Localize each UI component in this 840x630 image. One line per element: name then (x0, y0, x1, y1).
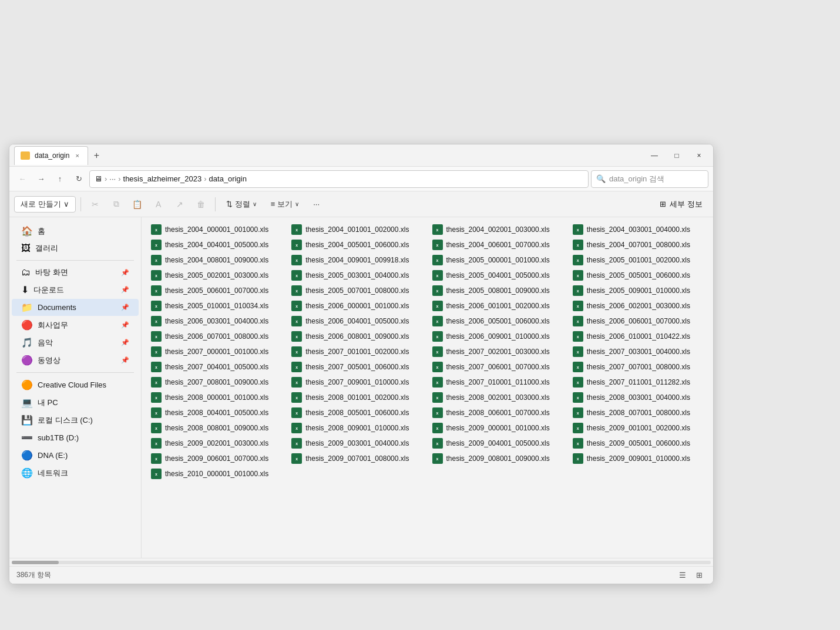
maximize-button[interactable]: □ (667, 149, 686, 163)
refresh-button[interactable]: ↻ (70, 171, 87, 187)
active-tab[interactable]: data_origin × (14, 146, 88, 165)
file-item[interactable]: xthesis_2006_004001_005000.xls (287, 314, 427, 329)
file-item[interactable]: xthesis_2008_008001_009000.xls (146, 420, 287, 436)
file-item[interactable]: xthesis_2007_003001_004000.xls (568, 344, 708, 359)
delete-button[interactable]: 🗑 (191, 195, 210, 214)
detail-button[interactable]: ⊞ 세부 정보 (654, 197, 708, 212)
file-item[interactable]: xthesis_2010_000001_001000.xls (146, 466, 287, 481)
sidebar-item-mypc[interactable]: 💻내 PC (12, 394, 139, 411)
file-item[interactable]: xthesis_2005_001001_002000.xls (568, 252, 708, 268)
file-item[interactable]: xthesis_2004_007001_008000.xls (568, 237, 708, 252)
file-item[interactable]: xthesis_2006_000001_001000.xls (287, 298, 427, 314)
scroll-thumb[interactable] (12, 561, 59, 564)
file-item[interactable]: xthesis_2006_008001_009000.xls (287, 329, 427, 344)
forward-button[interactable]: → (33, 171, 49, 187)
file-item[interactable]: xthesis_2008_001001_002000.xls (287, 390, 427, 405)
sidebar-item-documents[interactable]: 📁Documents📌 (12, 299, 139, 316)
file-item[interactable]: xthesis_2006_003001_004000.xls (146, 314, 287, 329)
file-item[interactable]: xthesis_2008_005001_006000.xls (287, 405, 427, 420)
file-item[interactable]: xthesis_2007_011001_011282.xls (568, 375, 708, 390)
sidebar-item-home[interactable]: 🏠홈 (12, 223, 139, 240)
file-item[interactable]: xthesis_2009_005001_006000.xls (568, 436, 708, 451)
file-item[interactable]: xthesis_2005_005001_006000.xls (568, 268, 708, 283)
file-item[interactable]: xthesis_2006_005001_006000.xls (428, 314, 568, 329)
file-item[interactable]: xthesis_2005_010001_010034.xls (146, 298, 287, 314)
sidebar-item-dna[interactable]: 🔵DNA (E:) (12, 447, 139, 464)
file-item[interactable]: xthesis_2005_003001_004000.xls (287, 268, 427, 283)
file-item[interactable]: xthesis_2004_001001_002000.xls (287, 222, 427, 237)
file-item[interactable]: xthesis_2007_004001_005000.xls (146, 359, 287, 375)
file-item[interactable]: xthesis_2005_000001_001000.xls (428, 252, 568, 268)
file-item[interactable]: xthesis_2008_006001_007000.xls (428, 405, 568, 420)
file-item[interactable]: xthesis_2005_002001_003000.xls (146, 268, 287, 283)
file-item[interactable]: xthesis_2004_009001_009918.xls (287, 252, 427, 268)
paste-button[interactable]: 📋 (128, 195, 147, 214)
file-item[interactable]: xthesis_2007_005001_006000.xls (287, 359, 427, 375)
more-button[interactable]: ··· (109, 174, 116, 183)
sidebar-item-localc[interactable]: 💾로컬 디스크 (C:) (12, 412, 139, 429)
sidebar-item-downloads[interactable]: ⬇다운로드📌 (12, 281, 139, 298)
search-box[interactable]: 🔍 data_origin 검색 (591, 170, 708, 188)
file-item[interactable]: xthesis_2009_004001_005000.xls (428, 436, 568, 451)
file-item[interactable]: xthesis_2005_006001_007000.xls (146, 283, 287, 298)
breadcrumb-path1[interactable]: thesis_alzheimer_2023 (123, 174, 202, 183)
share-button[interactable]: ↗ (170, 195, 189, 214)
file-item[interactable]: xthesis_2004_005001_006000.xls (287, 237, 427, 252)
file-item[interactable]: xthesis_2008_000001_001000.xls (146, 390, 287, 405)
file-item[interactable]: xthesis_2004_008001_009000.xls (146, 252, 287, 268)
close-button[interactable]: × (690, 149, 708, 163)
file-item[interactable]: xthesis_2008_002001_003000.xls (428, 390, 568, 405)
horizontal-scrollbar[interactable] (9, 558, 713, 566)
file-item[interactable]: xthesis_2005_004001_005000.xls (428, 268, 568, 283)
new-button[interactable]: 새로 만들기 ∨ (14, 196, 76, 213)
sidebar-item-company[interactable]: 🔴회사업무📌 (12, 316, 139, 333)
file-item[interactable]: xthesis_2007_001001_002000.xls (287, 344, 427, 359)
file-item[interactable]: xthesis_2009_003001_004000.xls (287, 436, 427, 451)
file-item[interactable]: xthesis_2007_010001_011000.xls (428, 375, 568, 390)
file-item[interactable]: xthesis_2004_006001_007000.xls (428, 237, 568, 252)
file-item[interactable]: xthesis_2007_009001_010000.xls (287, 375, 427, 390)
file-item[interactable]: xthesis_2005_009001_010000.xls (568, 283, 708, 298)
file-item[interactable]: xthesis_2006_009001_010000.xls (428, 329, 568, 344)
sidebar-item-desktop[interactable]: 🗂바탕 화면📌 (12, 264, 139, 281)
file-item[interactable]: xthesis_2004_003001_004000.xls (568, 222, 708, 237)
file-item[interactable]: xthesis_2009_007001_008000.xls (287, 451, 427, 466)
grid-view-button[interactable]: ⊞ (692, 568, 706, 582)
breadcrumb[interactable]: 🖥 › ··· › thesis_alzheimer_2023 › data_o… (89, 170, 589, 188)
file-item[interactable]: xthesis_2009_009001_010000.xls (568, 451, 708, 466)
sidebar-item-creative[interactable]: 🟠Creative Cloud Files (12, 376, 139, 393)
file-item[interactable]: xthesis_2008_003001_004000.xls (568, 390, 708, 405)
back-button[interactable]: ← (14, 171, 31, 187)
file-item[interactable]: xthesis_2009_002001_003000.xls (146, 436, 287, 451)
sidebar-item-network[interactable]: 🌐네트워크 (12, 464, 139, 481)
sidebar-item-music[interactable]: 🎵음악📌 (12, 334, 139, 351)
sidebar-item-videos[interactable]: 🟣동영상📌 (12, 352, 139, 369)
file-item[interactable]: xthesis_2004_000001_001000.xls (146, 222, 287, 237)
file-item[interactable]: xthesis_2008_009001_010000.xls (287, 420, 427, 436)
sidebar-item-sub1tb[interactable]: ➖sub1TB (D:) (12, 429, 139, 446)
copy-button[interactable]: ⧉ (107, 195, 126, 214)
more-options-button[interactable]: ··· (307, 197, 325, 211)
file-item[interactable]: xthesis_2007_006001_007000.xls (428, 359, 568, 375)
file-item[interactable]: xthesis_2004_004001_005000.xls (146, 237, 287, 252)
view-button[interactable]: ≡ 보기 ∨ (265, 197, 305, 212)
file-item[interactable]: xthesis_2006_007001_008000.xls (146, 329, 287, 344)
file-item[interactable]: xthesis_2006_006001_007000.xls (568, 314, 708, 329)
file-item[interactable]: xthesis_2007_007001_008000.xls (568, 359, 708, 375)
file-item[interactable]: xthesis_2004_002001_003000.xls (428, 222, 568, 237)
file-item[interactable]: xthesis_2007_008001_009000.xls (146, 375, 287, 390)
file-item[interactable]: xthesis_2009_008001_009000.xls (428, 451, 568, 466)
file-item[interactable]: xthesis_2006_002001_003000.xls (568, 298, 708, 314)
minimize-button[interactable]: — (645, 149, 664, 163)
file-item[interactable]: xthesis_2007_000001_001000.xls (146, 344, 287, 359)
breadcrumb-path2[interactable]: data_origin (209, 174, 247, 183)
file-item[interactable]: xthesis_2006_001001_002000.xls (428, 298, 568, 314)
file-item[interactable]: xthesis_2005_007001_008000.xls (287, 283, 427, 298)
sort-button[interactable]: ⇅ 정렬 ∨ (220, 197, 263, 212)
file-item[interactable]: xthesis_2009_001001_002000.xls (568, 420, 708, 436)
sidebar-item-gallery[interactable]: 🖼갤러리 (12, 240, 139, 257)
file-item[interactable]: xthesis_2005_008001_009000.xls (428, 283, 568, 298)
file-item[interactable]: xthesis_2009_006001_007000.xls (146, 451, 287, 466)
file-item[interactable]: xthesis_2008_007001_008000.xls (568, 405, 708, 420)
rename-button[interactable]: A (149, 195, 168, 214)
